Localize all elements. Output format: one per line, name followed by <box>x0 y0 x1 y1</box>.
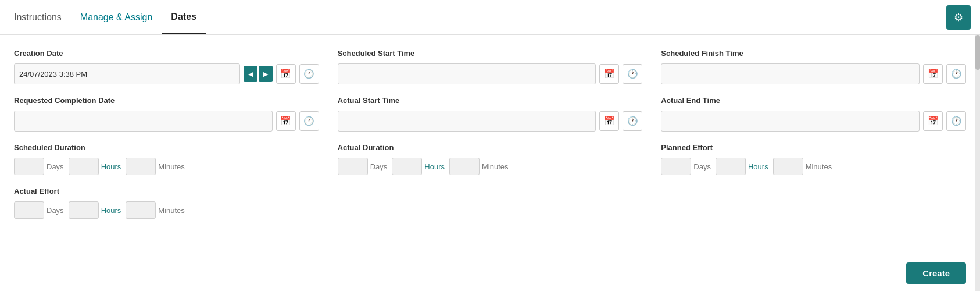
actual-effort-minutes-input[interactable] <box>126 201 156 219</box>
actual-start-time-input[interactable] <box>338 111 596 132</box>
scheduled-start-time-row: 📅 🕐 <box>338 63 643 84</box>
create-button[interactable]: Create <box>906 262 966 284</box>
actual-start-clock-button[interactable]: 🕐 <box>623 111 642 131</box>
scheduled-finish-time-input[interactable] <box>661 63 920 84</box>
scheduled-duration-days-input[interactable] <box>14 158 44 175</box>
requested-completion-date-input[interactable] <box>14 111 273 132</box>
actual-effort-hours-label: Hours <box>101 206 121 215</box>
actual-effort-days-label: Days <box>47 206 64 215</box>
creation-date-next-button[interactable]: ▶ <box>259 66 273 82</box>
creation-date-input[interactable] <box>14 63 240 84</box>
actual-duration-hours-label: Hours <box>424 162 445 171</box>
planned-effort-days-input[interactable] <box>661 158 691 175</box>
actual-end-time-label: Actual End Time <box>661 96 966 105</box>
scheduled-start-clock-button[interactable]: 🕐 <box>623 64 642 84</box>
actual-effort-group: Actual Effort Days Hours Minutes <box>14 187 319 219</box>
bottom-bar: Create <box>0 255 980 291</box>
creation-date-clock-button[interactable]: 🕐 <box>299 64 319 84</box>
scheduled-finish-time-label: Scheduled Finish Time <box>661 49 966 58</box>
actual-effort-hours-field: Hours <box>69 201 121 219</box>
actual-end-calendar-button[interactable]: 📅 <box>923 111 943 131</box>
requested-completion-date-label: Requested Completion Date <box>14 96 319 105</box>
creation-date-group: Creation Date ◀ ▶ 📅 🕐 <box>14 49 319 84</box>
planned-effort-days-label: Days <box>693 162 711 171</box>
planned-effort-group: Planned Effort Days Hours Minutes <box>661 143 966 175</box>
actual-start-time-row: 📅 🕐 <box>338 111 643 132</box>
actual-effort-inputs: Days Hours Minutes <box>14 201 319 219</box>
calendar-icon: 📅 <box>280 116 291 126</box>
scheduled-duration-hours-input[interactable] <box>69 158 99 175</box>
requested-completion-date-group: Requested Completion Date 📅 🕐 <box>14 96 319 132</box>
planned-effort-hours-label: Hours <box>748 162 768 171</box>
scheduled-start-calendar-button[interactable]: 📅 <box>599 64 619 84</box>
planned-effort-hours-field: Hours <box>716 158 768 175</box>
clock-icon: 🕐 <box>627 116 638 126</box>
creation-date-prev-button[interactable]: ◀ <box>244 66 257 82</box>
actual-start-time-group: Actual Start Time 📅 🕐 <box>338 96 643 132</box>
right-scrollbar[interactable] <box>975 35 980 291</box>
planned-effort-minutes-field: Minutes <box>773 158 832 175</box>
planned-effort-hours-input[interactable] <box>716 158 746 175</box>
tab-instructions[interactable]: Instructions <box>14 0 71 34</box>
scheduled-duration-inputs: Days Hours Minutes <box>14 158 319 175</box>
nav-tabs: Instructions Manage & Assign Dates ⚙ <box>0 0 980 35</box>
clock-icon: 🕐 <box>627 69 638 79</box>
actual-effort-label: Actual Effort <box>14 187 319 196</box>
creation-date-calendar-button[interactable]: 📅 <box>276 64 296 84</box>
actual-effort-days-input[interactable] <box>14 201 44 219</box>
actual-duration-days-label: Days <box>370 162 388 171</box>
gear-icon: ⚙ <box>954 11 963 24</box>
planned-effort-days-field: Days <box>661 158 711 175</box>
requested-completion-clock-button[interactable]: 🕐 <box>299 111 319 131</box>
dates-form: Creation Date ◀ ▶ 📅 🕐 Sch <box>14 49 966 219</box>
scheduled-finish-clock-button[interactable]: 🕐 <box>946 64 966 84</box>
planned-effort-inputs: Days Hours Minutes <box>661 158 966 175</box>
requested-completion-date-row: 📅 🕐 <box>14 111 319 132</box>
scheduled-duration-hours-label: Hours <box>101 162 121 171</box>
scheduled-duration-minutes-label: Minutes <box>158 162 185 171</box>
actual-end-time-input[interactable] <box>661 111 920 132</box>
calendar-icon: 📅 <box>928 116 939 126</box>
clock-icon: 🕐 <box>951 69 962 79</box>
creation-date-label: Creation Date <box>14 49 319 58</box>
scheduled-duration-group: Scheduled Duration Days Hours Minutes <box>14 143 319 175</box>
requested-completion-calendar-button[interactable]: 📅 <box>276 111 296 131</box>
tab-manage-assign[interactable]: Manage & Assign <box>71 0 162 34</box>
content-area: Creation Date ◀ ▶ 📅 🕐 Sch <box>0 35 980 255</box>
scrollbar-thumb[interactable] <box>975 35 980 70</box>
planned-effort-minutes-label: Minutes <box>806 162 832 171</box>
calendar-icon: 📅 <box>928 69 939 79</box>
actual-duration-group: Actual Duration Days Hours Minutes <box>338 143 643 175</box>
scheduled-finish-time-group: Scheduled Finish Time 📅 🕐 <box>661 49 966 84</box>
scheduled-duration-days-field: Days <box>14 158 64 175</box>
creation-date-row: ◀ ▶ 📅 🕐 <box>14 63 319 84</box>
actual-start-time-label: Actual Start Time <box>338 96 643 105</box>
clock-icon: 🕐 <box>951 116 962 126</box>
actual-duration-minutes-input[interactable] <box>449 158 480 175</box>
scheduled-duration-minutes-input[interactable] <box>126 158 156 175</box>
scheduled-finish-time-row: 📅 🕐 <box>661 63 966 84</box>
scheduled-duration-label: Scheduled Duration <box>14 143 319 152</box>
settings-button[interactable]: ⚙ <box>946 5 971 30</box>
actual-end-time-group: Actual End Time 📅 🕐 <box>661 96 966 132</box>
actual-duration-inputs: Days Hours Minutes <box>338 158 643 175</box>
actual-duration-days-field: Days <box>338 158 388 175</box>
actual-end-clock-button[interactable]: 🕐 <box>946 111 966 131</box>
actual-duration-label: Actual Duration <box>338 143 643 152</box>
actual-effort-minutes-field: Minutes <box>126 201 185 219</box>
planned-effort-minutes-input[interactable] <box>773 158 803 175</box>
actual-effort-hours-input[interactable] <box>69 201 99 219</box>
actual-start-calendar-button[interactable]: 📅 <box>599 111 619 131</box>
actual-duration-hours-input[interactable] <box>392 158 422 175</box>
actual-effort-minutes-label: Minutes <box>158 206 185 215</box>
clock-icon: 🕐 <box>303 69 314 79</box>
scheduled-start-time-input[interactable] <box>338 63 596 84</box>
clock-icon: 🕐 <box>303 116 314 126</box>
tab-dates[interactable]: Dates <box>162 0 206 34</box>
calendar-icon: 📅 <box>604 116 615 126</box>
actual-duration-days-input[interactable] <box>338 158 368 175</box>
main-container: Instructions Manage & Assign Dates ⚙ Cre… <box>0 0 980 291</box>
actual-end-time-row: 📅 🕐 <box>661 111 966 132</box>
scheduled-finish-calendar-button[interactable]: 📅 <box>923 64 943 84</box>
actual-duration-minutes-label: Minutes <box>482 162 509 171</box>
